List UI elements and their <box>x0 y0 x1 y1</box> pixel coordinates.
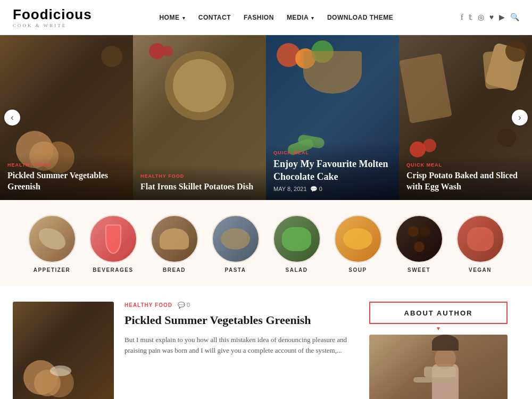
category-sweet-image <box>395 215 443 263</box>
category-soup-label: SOUP <box>348 267 367 273</box>
nav-contact[interactable]: CONTACT <box>193 11 236 24</box>
facebook-icon[interactable]: f <box>461 13 463 22</box>
heart-icon[interactable]: ♥ <box>489 13 494 22</box>
category-appetizer[interactable]: APPETIZER <box>28 215 76 273</box>
author-image[interactable] <box>369 335 508 399</box>
category-bread-label: BREAD <box>163 267 186 273</box>
category-soup[interactable]: SOUP <box>334 215 382 273</box>
main-content: HEALTHY FOOD 💬 0 Pickled Summer Vegetabl… <box>0 286 532 399</box>
slide-1-title: Pickled Summer Vegetables Greenish <box>7 170 126 193</box>
category-salad[interactable]: SALAD <box>273 215 321 273</box>
slide-4-title: Crisp Potato Baked and Sliced with Egg W… <box>406 170 525 193</box>
slide-2-overlay: HEALTHY FOOD Flat Irons Skillet Potatoes… <box>133 165 266 200</box>
category-sweet[interactable]: SWEET <box>395 215 443 273</box>
slide-3-meta: MAY 8, 2021 💬 0 <box>273 186 392 193</box>
category-pasta[interactable]: PASTA <box>212 215 260 273</box>
twitter-icon[interactable]: 𝕥 <box>469 13 472 22</box>
slide-2-tag: HEALTHY FOOD <box>140 173 259 179</box>
youtube-icon[interactable]: ▶ <box>499 13 505 22</box>
post-title: Pickled Summer Vegetables Greenish <box>124 313 353 328</box>
instagram-icon[interactable]: ◎ <box>478 13 484 22</box>
slide-3-tag: QUICK MEAL <box>273 150 392 155</box>
about-author-title: ABOUT AUTHOR <box>404 309 473 317</box>
social-bar: f 𝕥 ◎ ♥ ▶ 🔍 <box>461 13 519 22</box>
slide-4-overlay: QUICK MEAL Crisp Potato Baked and Sliced… <box>399 154 532 200</box>
sidebar: ABOUT AUTHOR <box>369 302 508 399</box>
slider-prev-button[interactable]: ‹ <box>4 110 20 126</box>
post-meta-row: HEALTHY FOOD 💬 0 <box>124 302 353 309</box>
category-appetizer-image <box>28 215 76 263</box>
featured-post: HEALTHY FOOD 💬 0 Pickled Summer Vegetabl… <box>13 302 353 399</box>
slide-2[interactable]: HEALTHY FOOD Flat Irons Skillet Potatoes… <box>133 35 266 200</box>
category-beverages[interactable]: BEVERAGES <box>89 215 137 273</box>
slide-4-tag: QUICK MEAL <box>406 162 525 168</box>
hero-slider: ‹ HEALTHY FOOD Pickled Summer Vegetables… <box>0 35 532 200</box>
logo[interactable]: Foodicious COOK & WRITE <box>13 6 92 28</box>
slide-3-overlay: QUICK MEAL Enjoy My Favourite Molten Cho… <box>266 142 399 200</box>
post-comment: 💬 0 <box>178 302 190 309</box>
about-author-widget: ABOUT AUTHOR <box>369 302 508 324</box>
category-pasta-image <box>212 215 260 263</box>
slide-1-tag: HEALTHY FOOD <box>7 162 126 168</box>
category-sweet-label: SWEET <box>408 267 430 273</box>
nav-media[interactable]: MEDIA ▾ <box>281 11 320 24</box>
site-header: Foodicious COOK & WRITE HOME ▾ CONTACT F… <box>0 0 532 35</box>
post-details: HEALTHY FOOD 💬 0 Pickled Summer Vegetabl… <box>124 302 353 399</box>
nav-fashion[interactable]: FASHION <box>238 11 279 24</box>
categories-row: APPETIZER BEVERAGES BREAD <box>21 215 511 273</box>
slide-2-title: Flat Irons Skillet Potatoes Dish <box>140 181 259 193</box>
post-featured-image[interactable] <box>13 302 114 399</box>
category-vegan-image <box>456 215 504 263</box>
category-appetizer-label: APPETIZER <box>34 267 71 273</box>
categories-section: APPETIZER BEVERAGES BREAD <box>0 200 532 286</box>
post-tag: HEALTHY FOOD <box>124 302 172 308</box>
logo-tagline: COOK & WRITE <box>13 23 66 28</box>
nav-download[interactable]: DOWNLOAD THEME <box>322 11 398 24</box>
category-bread[interactable]: BREAD <box>151 215 198 273</box>
slide-3-title: Enjoy My Favourite Molten Chocolate Cake <box>273 158 392 183</box>
category-vegan[interactable]: VEGAN <box>456 215 504 273</box>
category-beverages-image <box>89 215 137 263</box>
nav-home[interactable]: HOME ▾ <box>154 11 190 24</box>
category-bread-image <box>151 215 198 263</box>
category-salad-label: SALAD <box>286 267 308 273</box>
slide-3[interactable]: QUICK MEAL Enjoy My Favourite Molten Cho… <box>266 35 399 200</box>
slide-1-overlay: HEALTHY FOOD Pickled Summer Vegetables G… <box>0 154 133 200</box>
logo-name: Foodicious <box>13 6 92 23</box>
slider-next-button[interactable]: › <box>512 110 528 126</box>
category-salad-image <box>273 215 321 263</box>
category-beverages-label: BEVERAGES <box>93 267 133 273</box>
category-soup-image <box>334 215 382 263</box>
category-vegan-label: VEGAN <box>469 267 492 273</box>
post-excerpt: But I must explain to you how all this m… <box>124 335 353 357</box>
main-nav: HOME ▾ CONTACT FASHION MEDIA ▾ DOWNLOAD … <box>154 11 398 24</box>
category-pasta-label: PASTA <box>225 267 246 273</box>
search-icon[interactable]: 🔍 <box>510 13 519 22</box>
